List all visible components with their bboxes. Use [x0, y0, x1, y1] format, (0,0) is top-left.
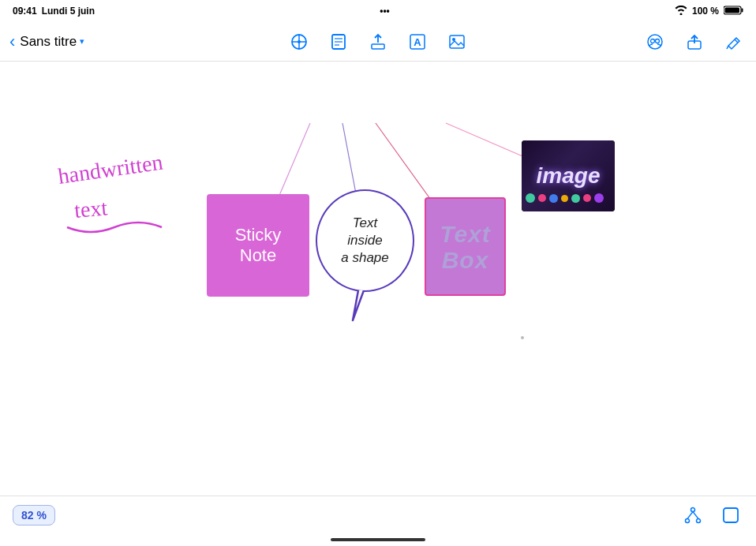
svg-rect-15	[450, 36, 464, 48]
image-text: image	[537, 163, 601, 189]
share-button[interactable]	[682, 29, 707, 54]
speech-bubble-container[interactable]: Text inside a shape	[316, 189, 414, 292]
doc-title[interactable]: Sans titre ▾	[20, 34, 84, 50]
toolbar-left: ‹ Sans titre ▾	[9, 32, 128, 52]
zoom-level[interactable]: 82 %	[13, 505, 55, 525]
svg-point-6	[298, 40, 301, 43]
time: 09:41	[13, 6, 37, 17]
svg-point-16	[452, 38, 455, 41]
handwritten-text: handwritten text	[51, 148, 209, 251]
status-bar: 09:41 Lundi 5 juin ••• 100 %	[0, 0, 756, 22]
svg-text:handwritten: handwritten	[57, 150, 165, 189]
date: Lundi 5 juin	[42, 6, 95, 17]
hierarchy-button[interactable]	[680, 503, 705, 528]
speech-bubble-text: Text inside a shape	[335, 208, 395, 273]
svg-rect-11	[372, 44, 384, 49]
svg-line-22	[735, 39, 738, 43]
home-indicator	[0, 533, 756, 546]
speech-tail-icon	[346, 290, 370, 322]
image-tool-button[interactable]	[444, 29, 470, 54]
text-box-text: Text Box	[440, 221, 491, 273]
svg-point-19	[656, 39, 660, 43]
text-box[interactable]: Text Box	[425, 197, 506, 296]
svg-rect-2	[741, 8, 743, 12]
svg-point-33	[697, 518, 701, 522]
svg-point-32	[686, 518, 690, 522]
wifi-icon	[675, 6, 687, 17]
bottom-bar: 82 %	[0, 496, 756, 533]
sticky-note-text: Sticky Note	[235, 225, 282, 267]
battery-icon	[724, 6, 743, 17]
svg-point-18	[651, 39, 655, 43]
svg-line-23	[727, 46, 728, 49]
svg-rect-1	[724, 7, 739, 13]
center-dot	[521, 336, 524, 339]
dots: •••	[380, 6, 390, 17]
svg-rect-36	[724, 508, 738, 522]
battery-label: 100 %	[692, 6, 719, 17]
edit-button[interactable]	[721, 29, 747, 54]
upload-tool-button[interactable]	[365, 29, 391, 54]
svg-text:text: text	[73, 195, 109, 223]
doc-title-text: Sans titre	[20, 34, 77, 50]
home-bar	[331, 538, 425, 541]
image-inner: image	[522, 140, 615, 211]
text-tool-button[interactable]: A	[405, 29, 430, 54]
page-tool-button[interactable]	[326, 29, 351, 54]
toolbar: ‹ Sans titre ▾	[0, 22, 756, 62]
speech-bubble: Text inside a shape	[316, 189, 414, 292]
svg-line-35	[693, 511, 698, 518]
svg-point-17	[648, 35, 662, 49]
scroll-tool-button[interactable]	[286, 29, 312, 54]
canvas: handwritten text Sticky Note Text inside…	[0, 62, 756, 496]
status-bar-center: •••	[380, 6, 390, 17]
collaborate-button[interactable]	[642, 29, 668, 54]
page-view-button[interactable]	[718, 503, 743, 528]
status-bar-right: 100 %	[675, 6, 743, 17]
status-bar-left: 09:41 Lundi 5 juin	[13, 6, 95, 17]
back-button[interactable]: ‹	[9, 32, 15, 52]
svg-text:A: A	[414, 36, 421, 48]
image-element[interactable]: image	[522, 140, 615, 211]
bottom-right-tools	[680, 503, 743, 528]
back-chevron: ‹	[9, 32, 15, 52]
sticky-note[interactable]: Sticky Note	[207, 194, 309, 297]
svg-point-31	[691, 507, 695, 511]
svg-line-34	[687, 511, 693, 518]
chevron-down-icon: ▾	[80, 36, 84, 47]
toolbar-right	[642, 29, 747, 54]
toolbar-center: A	[286, 29, 470, 54]
